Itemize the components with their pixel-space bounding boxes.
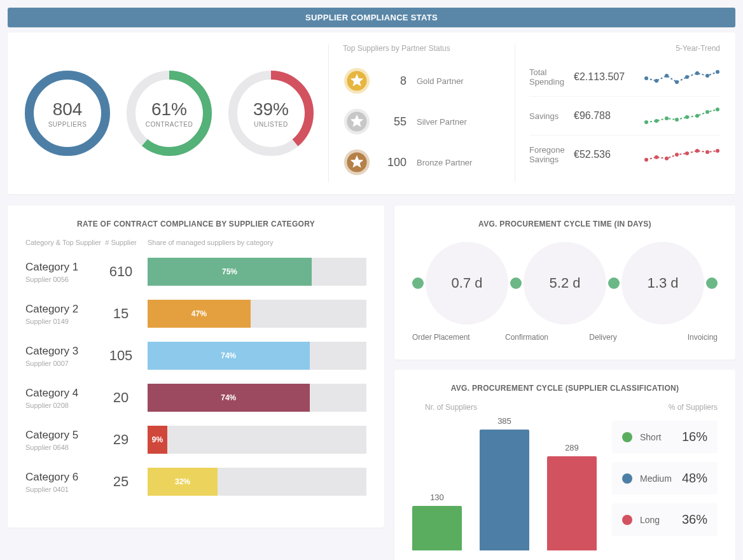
category-name: Category 1 (25, 261, 102, 274)
trend-value: €52.536 (574, 149, 644, 160)
category-name: Category 2 (25, 303, 102, 316)
partner-row: 55 Silver Partner (343, 101, 502, 142)
stage-dot-icon (510, 277, 522, 289)
svg-point-19 (716, 70, 719, 74)
cycle-stage-label: Confirmation (489, 333, 565, 342)
svg-point-23 (675, 118, 679, 122)
top-supplier: Supplier 0149 (25, 318, 102, 325)
donut-label: CONTRACTED (146, 121, 193, 128)
legend-dot-icon (622, 473, 632, 484)
bars-title: Nr. of Suppliers (412, 403, 597, 412)
compliance-bar-fill: 74% (148, 342, 310, 370)
trend-row: Savings €96.788 (529, 97, 720, 136)
compliance-bar-track: 47% (148, 300, 366, 328)
sparkline-icon (644, 67, 720, 87)
legend-pct: 36% (682, 512, 707, 527)
legend-pct: 16% (682, 430, 707, 444)
supplier-count: 20 (102, 389, 140, 406)
svg-point-15 (675, 80, 679, 84)
bar-value: 130 (430, 493, 444, 502)
supplier-count: 15 (102, 305, 140, 322)
legend-name: Long (640, 515, 660, 525)
star-badge-icon (343, 148, 371, 176)
legend-pct: 48% (682, 471, 707, 486)
supplier-count: 25 (102, 473, 140, 490)
partner-count: 100 (381, 156, 406, 169)
cycle-title: AVG. PROCUREMENT CYCLE TIME (IN DAYS) (412, 220, 718, 228)
svg-point-32 (685, 151, 689, 155)
svg-point-24 (685, 115, 689, 119)
partner-label: Bronze Partner (417, 158, 472, 167)
stage-dot-icon (412, 277, 424, 289)
page-header: SUPPLIER COMPLIANCE STATS (8, 8, 735, 27)
compliance-bar-fill: 47% (148, 300, 251, 328)
star-badge-icon (343, 67, 371, 95)
trend-label: Total Spending (529, 67, 574, 87)
compliance-hdr-share: Share of managed suppliers by category (140, 239, 366, 246)
stage-dot-icon (608, 277, 620, 289)
top-supplier: Supplier 0208 (25, 402, 102, 409)
svg-point-30 (665, 157, 669, 160)
legend-name: Medium (640, 473, 672, 484)
compliance-card: RATE OF CONTRACT COMPLIANCE BY SUPPLIER … (8, 206, 384, 528)
cycle-stage-label: Order Placement (412, 333, 489, 342)
donut-label: UNLISTED (254, 121, 288, 128)
partner-count: 55 (381, 115, 406, 129)
donut-value: 804 (53, 99, 83, 120)
compliance-bar-fill: 9% (148, 426, 167, 454)
compliance-hdr-count: # Supplier (102, 239, 140, 246)
legend-row: Medium 48% (612, 462, 718, 494)
partners-title: Top Suppliers by Partner Status (343, 44, 502, 53)
bar-value: 289 (565, 443, 579, 452)
compliance-bar-fill: 32% (148, 468, 218, 496)
bar-col: 130 (412, 493, 462, 550)
donut-2: 39% UNLISTED (226, 69, 316, 158)
sparkline-icon (644, 106, 720, 126)
trend-label: Savings (529, 111, 574, 121)
svg-point-18 (705, 74, 709, 78)
compliance-row: Category 4 Supplier 0208 20 74% (25, 384, 366, 412)
bar-value: 385 (497, 416, 511, 426)
compliance-row: Category 2 Supplier 0149 15 47% (25, 300, 366, 328)
trend-value: €96.788 (574, 110, 644, 122)
classification-card: AVG. PROCUREMENT CYCLE (SUPPLIER CLASSIF… (394, 370, 735, 560)
donut-1: 61% CONTRACTED (125, 69, 214, 158)
svg-point-27 (716, 108, 719, 111)
svg-point-17 (695, 71, 699, 75)
cycle-stage-label: Invoicing (641, 333, 718, 342)
svg-point-33 (695, 149, 699, 153)
partner-label: Gold Partner (417, 76, 464, 86)
legend-title: % of Suppliers (612, 403, 718, 412)
partner-label: Silver Partner (417, 117, 467, 127)
legend: % of Suppliers Short 16% Medium 48% Long… (612, 403, 718, 550)
bar-col: 289 (547, 443, 597, 550)
compliance-bar-fill: 75% (148, 258, 312, 286)
trends-panel: 5-Year-Trend Total Spending €2.113.507 S… (515, 44, 720, 183)
category-name: Category 4 (25, 387, 102, 400)
compliance-row: Category 6 Supplier 0401 25 32% (25, 468, 366, 496)
svg-point-35 (716, 149, 719, 153)
cycle-steps: 0.7 d5.2 d1.3 d (412, 239, 718, 328)
compliance-bar-track: 74% (148, 384, 366, 412)
svg-point-26 (705, 110, 709, 114)
cycle-bubble: 0.7 d (426, 242, 508, 325)
trend-row: Foregone Savings €52.536 (529, 136, 720, 174)
cycle-bubble: 1.3 d (621, 242, 704, 325)
svg-point-16 (685, 75, 689, 79)
svg-point-13 (655, 79, 658, 83)
top-supplier: Supplier 0056 (25, 276, 102, 283)
donut-0: 804 SUPPLIERS (23, 69, 112, 158)
legend-dot-icon (622, 515, 632, 525)
category-name: Category 6 (25, 471, 102, 484)
svg-point-28 (644, 158, 648, 162)
compliance-row: Category 5 Supplier 0648 29 9% (25, 426, 366, 454)
sparkline-icon (644, 144, 720, 165)
compliance-header: Category & Top Supplier # Supplier Share… (25, 239, 366, 246)
cycle-stage-label: Delivery (565, 333, 641, 342)
compliance-bar-track: 74% (148, 342, 366, 370)
svg-point-31 (675, 153, 679, 157)
svg-point-34 (705, 150, 709, 154)
bars-area: Nr. of Suppliers 130 385 289 (412, 403, 597, 550)
donut-value: 61% (151, 99, 187, 120)
partners-panel: Top Suppliers by Partner Status 8 Gold P… (328, 44, 502, 183)
